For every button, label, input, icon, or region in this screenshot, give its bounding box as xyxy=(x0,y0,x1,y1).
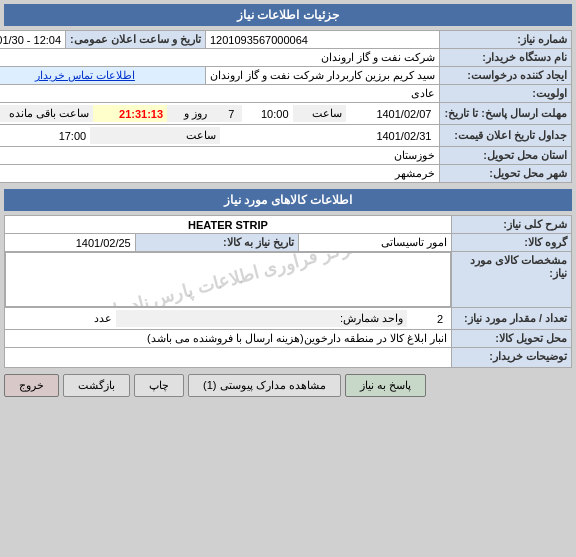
table-row: 2 واحد شمارش: عدد xyxy=(9,310,447,327)
city-value: خرمشهر xyxy=(0,165,440,183)
send-from-time: 10:00 xyxy=(242,105,292,122)
requester-label: ایجاد کننده درخواست: xyxy=(440,67,572,85)
table-row: محل تحویل کالا: انبار ابلاغ کالا در منطق… xyxy=(5,330,572,348)
main-container: جزئیات اطلاعات نیاز شماره نیاز: 12010935… xyxy=(0,0,576,401)
bottom-buttons: خروج بازگشت چاپ مشاهده مدارک پیوستی (1) … xyxy=(4,374,572,397)
goods-specs-area: مرکز فراوری اطلاعات پارس ناد داود xyxy=(5,252,451,307)
exit-button[interactable]: خروج xyxy=(4,374,59,397)
table-row: استان محل تحویل: خوزستان xyxy=(0,147,572,165)
order-number-label: شماره نیاز: xyxy=(440,31,572,49)
date-value: 1401/01/30 - 12:04 xyxy=(0,31,66,49)
goods-name-value: HEATER STRIP xyxy=(5,216,452,234)
send-from-date: 1401/02/07 xyxy=(346,105,435,122)
price-to-time: 17:00 xyxy=(0,127,90,144)
table-row: شماره نیاز: 1201093567000064 تاریخ و ساع… xyxy=(0,31,572,49)
goods-qty-label: تعداد / مقدار مورد نیاز: xyxy=(452,308,572,330)
province-value: خوزستان xyxy=(0,147,440,165)
table-row: مهلت ارسال پاسخ: تا تاریخ: 1401/02/07 سا… xyxy=(0,103,572,125)
requester-value: سید کریم برزین کاربردار شرکت نفت و گاز ا… xyxy=(205,67,439,85)
answer-button[interactable]: پاسخ به نیاز xyxy=(345,374,426,397)
goods-group-admin: امور تاسیساتی xyxy=(298,234,451,252)
goods-qty-value: 2 xyxy=(407,310,447,327)
section2-title: اطلاعات کالاهای مورد نیاز xyxy=(224,193,352,207)
table-row: توضیحات خریدار: xyxy=(5,348,572,368)
table-row: شرح کلی نیاز: HEATER STRIP xyxy=(5,216,572,234)
province-label: استان محل تحویل: xyxy=(440,147,572,165)
send-from-days-label: روز و xyxy=(167,105,211,122)
section1-header: جزئیات اطلاعات نیاز xyxy=(4,4,572,26)
order-number-value: 1201093567000064 xyxy=(205,31,439,49)
goods-specs-label: مشخصات کالای مورد نیاز: xyxy=(452,252,572,308)
goods-table: شرح کلی نیاز: HEATER STRIP گروه کالا: ام… xyxy=(4,215,572,368)
send-from-row: 1401/02/07 ساعت 10:00 7 روز و 21:31:13 س… xyxy=(0,103,440,125)
city-label: شهر محل تحویل: xyxy=(440,165,572,183)
goods-group-label: گروه کالا: xyxy=(452,234,572,252)
notes-label: توضیحات خریدار: xyxy=(452,348,572,368)
view-docs-button[interactable]: مشاهده مدارک پیوستی (1) xyxy=(188,374,341,397)
price-row: 1401/02/31 ساعت 17:00 xyxy=(0,125,440,147)
send-from-remaining: 21:31:13 xyxy=(93,105,167,122)
buyer-value: شرکت نفت و گاز اروندان xyxy=(0,49,440,67)
back-button[interactable]: بازگشت xyxy=(63,374,130,397)
notes-value xyxy=(5,348,452,368)
goods-group-date-value: 1401/02/25 xyxy=(5,234,136,252)
table-row: مشخصات کالای مورد نیاز: مرکز فراوری اطلا… xyxy=(5,252,572,308)
qty-inner: 2 واحد شمارش: عدد xyxy=(9,310,447,327)
delivery-label: محل تحویل کالا: xyxy=(452,330,572,348)
table-row: گروه کالا: امور تاسیساتی تاریخ نیاز به ک… xyxy=(5,234,572,252)
delivery-value: انبار ابلاغ کالا در منطقه دارخوین(هزینه … xyxy=(5,330,452,348)
section2-header: اطلاعات کالاهای مورد نیاز xyxy=(4,189,572,211)
priority-label: اولویت: xyxy=(440,85,572,103)
info-table: شماره نیاز: 1201093567000064 تاریخ و ساع… xyxy=(0,30,572,183)
table-row: جداول تاریخ اعلان قیمت: 1401/02/31 ساعت … xyxy=(0,125,572,147)
table-row: شهر محل تحویل: خرمشهر xyxy=(0,165,572,183)
watermark-text: مرکز فراوری اطلاعات پارس ناد داود xyxy=(94,252,362,307)
date-label: تاریخ و ساعت اعلان عمومی: xyxy=(66,31,206,49)
send-from-remaining-label: ساعت باقی مانده xyxy=(0,105,93,122)
price-to-time-label: ساعت xyxy=(90,127,220,144)
table-row: ایجاد کننده درخواست: سید کریم برزین کارب… xyxy=(0,67,572,85)
table-row: 1401/02/31 ساعت 17:00 xyxy=(0,127,435,144)
table-row: نام دستگاه خریدار: شرکت نفت و گاز اروندا… xyxy=(0,49,572,67)
buyer-label: نام دستگاه خریدار: xyxy=(440,49,572,67)
table-row: اولویت: عادی xyxy=(0,85,572,103)
goods-group-date-label: تاریخ نیاز به کالا: xyxy=(135,234,298,252)
table-row: تعداد / مقدار مورد نیاز: 2 واحد شمارش: ع… xyxy=(5,308,572,330)
price-to-date: 1401/02/31 xyxy=(220,127,435,144)
send-from-inner: 1401/02/07 ساعت 10:00 7 روز و 21:31:13 س… xyxy=(0,105,435,122)
goods-unit-label: واحد شمارش: xyxy=(116,310,407,327)
goods-unit-value: عدد xyxy=(9,310,116,327)
priority-value: عادی xyxy=(0,85,440,103)
goods-qty-row: 2 واحد شمارش: عدد xyxy=(5,308,452,330)
send-from-time-label: ساعت xyxy=(293,105,347,122)
print-button[interactable]: چاپ xyxy=(134,374,184,397)
price-inner: 1401/02/31 ساعت 17:00 xyxy=(0,127,435,144)
send-from-days: 7 xyxy=(211,105,242,122)
goods-name-label: شرح کلی نیاز: xyxy=(452,216,572,234)
table-row: 1401/02/07 ساعت 10:00 7 روز و 21:31:13 س… xyxy=(0,105,435,122)
section1-title: جزئیات اطلاعات نیاز xyxy=(237,8,339,22)
send-from-label: مهلت ارسال پاسخ: تا تاریخ: xyxy=(440,103,572,125)
contact-link[interactable]: اطلاعات تماس خریدار xyxy=(0,67,205,85)
price-label: جداول تاریخ اعلان قیمت: xyxy=(440,125,572,147)
